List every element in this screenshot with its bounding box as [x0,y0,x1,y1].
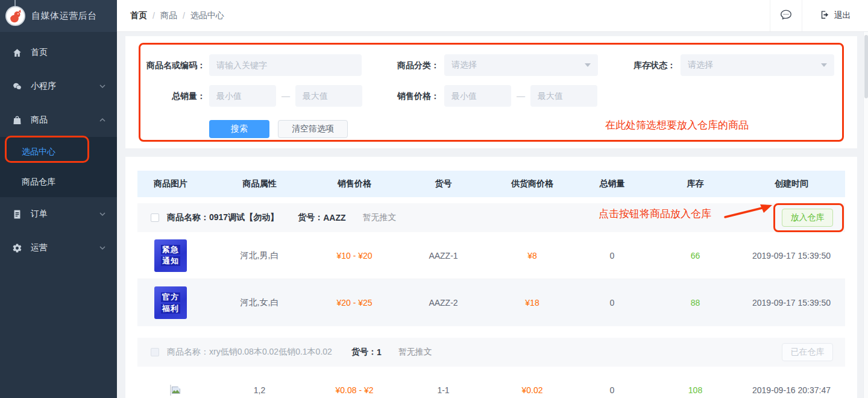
breadcrumb-current: 选品中心 [190,10,224,21]
cell-supplier-price: ¥0.02 [493,385,571,395]
caret-down-icon [821,63,827,67]
category-select[interactable]: 请选择 [444,54,598,76]
sale-price-max-input[interactable] [530,85,597,107]
order-icon [12,209,22,220]
chevron-down-icon [99,83,106,90]
product-image-text: 通知 [161,256,180,266]
sidebar-item-label: 小程序 [31,81,56,92]
miniprogram-icon [12,81,22,92]
cell-supplier-price: ¥8 [493,251,571,261]
product-sku-label: 货号： [298,212,323,223]
product-sku: 1 [377,347,382,357]
col-header-image: 商品图片 [137,178,204,189]
product-name: xry低销0.08本0.02低销0.1本0.02 [209,347,332,358]
sidebar-item-selection-center[interactable]: 选品中心 [0,137,117,167]
product-image: 官方 福利 [137,286,204,319]
sidebar-item-label: 选品中心 [22,147,55,157]
cell-total-sales: 0 [571,251,653,261]
sidebar-item-label: 订单 [31,209,48,220]
cell-created: 2019-09-17 15:39:50 [738,251,845,261]
col-header-total-sales: 总销量 [571,178,653,189]
sidebar-item-operations[interactable]: 运营 [0,231,117,265]
total-sales-label: 总销量： [142,85,206,107]
product-image [137,385,204,395]
table-header-gap [137,197,845,203]
cell-created: 2019-09-16 20:37:47 [738,385,845,395]
sidebar-item-goods-warehouse[interactable]: 商品仓库 [0,167,117,197]
group-checkbox[interactable] [151,213,159,222]
content: 商品名或编码： 商品分类： 请选择 库存状态： 请选择 总销量： — 销售价格： [117,32,868,398]
message-icon [779,8,793,24]
product-name-label: 商品名称： [167,347,209,358]
cell-created: 2019-09-17 15:39:50 [738,298,845,308]
total-sales-min-input[interactable] [209,85,276,107]
col-header-created: 创建时间 [738,178,845,189]
main-area: 首页 / 商品 / 选品中心 退出 [117,0,868,398]
table-row: 1,2 ¥0.08 - ¥2 1-1 ¥0.02 0 108 2019-09-1… [137,367,845,398]
caret-down-icon [585,63,591,67]
stock-status-select[interactable]: 请选择 [681,54,834,76]
product-sku: AAZZ [323,213,345,223]
home-icon [12,48,22,58]
topbar: 首页 / 商品 / 选品中心 退出 [117,0,868,32]
chevron-down-icon [99,244,106,251]
breadcrumb-separator: / [183,11,185,21]
sidebar-item-label: 运营 [31,242,48,253]
range-dash: — [514,85,528,107]
sidebar-item-label: 商品 [31,115,48,125]
col-header-price: 销售价格 [315,178,394,189]
cell-attrs: 河北,男,白 [204,250,315,261]
scrollbar-thumb[interactable] [864,35,868,98]
group-action: 已在仓库 [782,343,833,361]
tweet-status: 暂无推文 [362,212,396,223]
col-header-stock: 库存 [653,178,738,189]
cell-price: ¥10 - ¥20 [315,251,394,261]
cell-supplier-price: ¥18 [493,298,571,308]
keyword-label: 商品名或编码： [142,54,206,76]
broken-image-icon [170,385,171,396]
screen: 自媒体运营后台 首页 小程序 [0,0,868,398]
already-in-warehouse-button: 已在仓库 [782,343,833,361]
col-header-attrs: 商品属性 [204,178,315,189]
keyword-input[interactable] [209,54,362,76]
cell-sku: AAZZ-2 [394,298,493,308]
clear-filters-button[interactable]: 清空筛选项 [278,120,348,138]
col-header-sku: 货号 [394,178,493,189]
gear-icon [12,243,22,253]
chevron-down-icon [99,210,106,218]
sidebar-item-label: 商品仓库 [22,177,55,188]
product-image-text: 福利 [161,304,180,314]
total-sales-max-input[interactable] [295,85,362,107]
table-row: 官方 福利 河北,女,白 ¥20 - ¥25 AAZZ-2 ¥18 0 88 2… [137,279,845,326]
tweet-status: 暂无推文 [398,347,432,358]
cell-stock: 88 [653,298,738,308]
product-image: 紧急 通知 [137,239,204,272]
table-row: 紧急 通知 河北,男,白 ¥10 - ¥20 AAZZ-1 ¥8 0 66 20… [137,232,845,279]
topbar-right: 退出 [770,0,868,31]
product-name: 0917调试【勿动】 [209,212,278,223]
col-header-supplier-price: 供货商价格 [493,178,571,189]
logo-bar: 自媒体运营后台 [0,0,117,32]
sidebar: 自媒体运营后台 首页 小程序 [0,0,117,398]
sidebar-item-home[interactable]: 首页 [0,36,117,69]
filter-panel: 商品名或编码： 商品分类： 请选择 库存状态： 请选择 总销量： — 销售价格： [125,36,857,148]
stock-status-label: 库存状态： [606,54,676,76]
product-table: 商品图片 商品属性 销售价格 货号 供货商价格 总销量 库存 创建时间 商品名称… [125,157,857,398]
search-button[interactable]: 搜索 [209,120,269,138]
sidebar-item-orders[interactable]: 订单 [0,197,117,231]
cell-sku: 1-1 [394,385,493,395]
breadcrumb-goods[interactable]: 商品 [160,10,177,21]
category-select-value: 请选择 [451,60,477,71]
sale-price-label: 销售价格： [370,85,439,107]
sidebar-item-label: 首页 [31,47,48,58]
sidebar-item-miniprogram[interactable]: 小程序 [0,69,117,103]
logout-icon [820,10,830,22]
put-in-warehouse-button[interactable]: 放入仓库 [782,209,833,227]
message-button[interactable] [770,0,802,31]
sidebar-item-goods[interactable]: 商品 [0,103,117,137]
group-gap [137,326,845,338]
breadcrumb-home[interactable]: 首页 [130,10,147,21]
sale-price-min-input[interactable] [444,85,511,107]
logout-button[interactable]: 退出 [802,0,868,31]
goods-bag-icon [12,115,22,125]
